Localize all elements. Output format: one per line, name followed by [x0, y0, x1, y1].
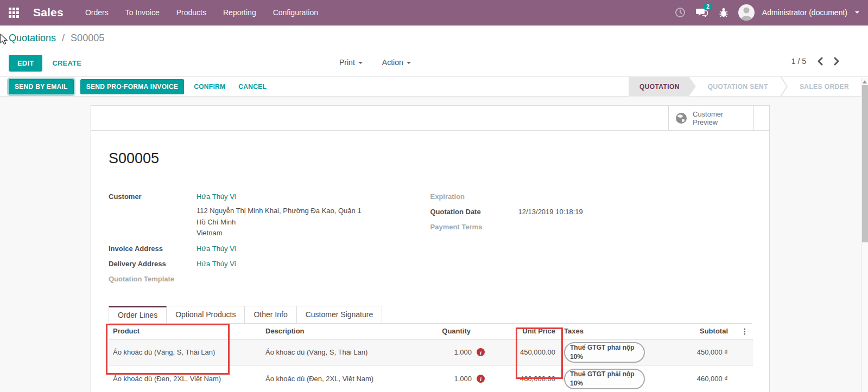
- breadcrumb-current: S00005: [71, 33, 104, 43]
- mouse-cursor-icon: [0, 34, 8, 46]
- debug-bug-icon[interactable]: [717, 5, 731, 20]
- document-actions: Print Action: [339, 58, 411, 67]
- menu-products[interactable]: Products: [176, 8, 206, 17]
- menu-orders[interactable]: Orders: [85, 8, 109, 17]
- col-header-quantity[interactable]: Quantity: [429, 324, 489, 339]
- cell-product: Áo khoác dù (Đen, 2XL, Việt Nam): [109, 365, 261, 392]
- avatar[interactable]: [738, 4, 755, 21]
- breadcrumb-row: Quotations / S00005: [0, 25, 868, 50]
- edit-button[interactable]: EDIT: [9, 55, 42, 72]
- delivery-address-value-link[interactable]: Hứa Thúy Vi: [197, 258, 236, 269]
- pager-next-icon[interactable]: [834, 57, 840, 66]
- quotation-sheet: Customer Preview S00005 Customer Hứa Thú…: [91, 105, 770, 392]
- breadcrumb-separator: /: [62, 33, 65, 43]
- order-line-row[interactable]: Áo khoác dù (Vàng, S, Thái Lan) Áo khoác…: [109, 339, 753, 365]
- content-area: Customer Preview S00005 Customer Hứa Thú…: [0, 97, 868, 392]
- create-button[interactable]: CREATE: [52, 59, 81, 67]
- tab-order-lines[interactable]: Order Lines: [109, 306, 167, 323]
- tab-optional-products[interactable]: Optional Products: [166, 306, 245, 323]
- col-header-description[interactable]: Description: [261, 324, 429, 339]
- globe-icon: [675, 112, 687, 124]
- customer-address-line: 112 Nguyễn Thị Minh Khai, Phường Đa Kao,…: [197, 205, 430, 217]
- field-column-right: Expiration Quotation Date 12/13/2019 10:…: [430, 191, 752, 288]
- stage-sales-order[interactable]: SALES ORDER: [788, 76, 861, 97]
- confirm-button[interactable]: CONFIRM: [191, 80, 229, 94]
- field-column-left: Customer Hứa Thúy Vi 112 Nguyễn Thị Minh…: [109, 191, 430, 288]
- stage-quotation: QUOTATION: [629, 76, 696, 97]
- customer-address-line: Vietnam: [197, 228, 430, 239]
- optional-columns-icon[interactable]: [741, 327, 749, 336]
- tax-badge: Thuế GTGT phải nộp 10%: [564, 369, 645, 389]
- scrollbar-thumb[interactable]: [862, 85, 868, 242]
- vertical-scrollbar[interactable]: [861, 78, 868, 392]
- record-pager: 1 / 5: [791, 57, 840, 66]
- cell-unit-price: 450,000.00: [489, 339, 560, 365]
- order-lines-table: Product Description Quantity Unit Price …: [109, 324, 753, 392]
- cell-description: Áo khoác dù (Vàng, S, Thái Lan): [261, 339, 429, 365]
- expiration-label: Expiration: [430, 191, 518, 202]
- app-name[interactable]: Sales: [33, 6, 64, 19]
- customer-preview-button[interactable]: Customer Preview: [668, 106, 754, 130]
- cell-product: Áo khoác dù (Vàng, S, Thái Lan): [109, 339, 261, 365]
- stage-quotation-sent[interactable]: QUOTATION SENT: [696, 76, 780, 97]
- table-header-row: Product Description Quantity Unit Price …: [109, 324, 753, 339]
- pager-previous-icon[interactable]: [817, 57, 823, 66]
- print-dropdown[interactable]: Print: [339, 58, 363, 67]
- quotation-date-label: Quotation Date: [430, 206, 518, 217]
- apps-menu-icon[interactable]: [9, 8, 19, 18]
- send-by-email-button[interactable]: SEND BY EMAIL: [9, 79, 74, 94]
- tax-badge: Thuế GTGT phải nộp 10%: [564, 342, 645, 363]
- invoice-address-value-link[interactable]: Hứa Thúy Vi: [197, 243, 236, 254]
- customer-value-link[interactable]: Hứa Thúy Vi: [197, 191, 236, 202]
- messages-badge: 2: [704, 3, 712, 10]
- cell-taxes: Thuế GTGT phải nộp 10%: [560, 339, 649, 365]
- sheet-body: S00005 Customer Hứa Thúy Vi 112 Nguyễn T…: [91, 150, 769, 392]
- statusbar: SEND BY EMAIL SEND PRO-FORMA INVOICE CON…: [0, 76, 868, 97]
- main-menu: Orders To Invoice Products Reporting Con…: [85, 8, 318, 17]
- top-navbar: Sales Orders To Invoice Products Reporti…: [0, 0, 868, 25]
- cell-quantity: 1.000: [429, 339, 489, 365]
- chevron-down-icon: [358, 62, 363, 64]
- customer-address-line: Hồ Chí Minh: [197, 217, 430, 228]
- menu-to-invoice[interactable]: To Invoice: [125, 8, 160, 17]
- breadcrumb: Quotations / S00005: [9, 33, 104, 44]
- quotation-date-value: 12/13/2019 10:18:19: [518, 206, 583, 217]
- notebook-tabs: Order Lines Optional Products Other Info…: [109, 306, 752, 324]
- pager-count: 1 / 5: [791, 57, 806, 66]
- col-header-product[interactable]: Product: [109, 324, 261, 339]
- col-header-unit-price[interactable]: Unit Price: [489, 324, 560, 339]
- record-actions: EDIT CREATE: [9, 55, 81, 72]
- activities-clock-icon[interactable]: [673, 5, 687, 20]
- tab-other-info[interactable]: Other Info: [244, 306, 296, 323]
- cell-unit-price: 460,000.00: [489, 365, 560, 392]
- navbar-systray: 2 Administrator (document): [673, 4, 859, 21]
- menu-reporting[interactable]: Reporting: [223, 8, 256, 17]
- tab-customer-signature[interactable]: Customer Signature: [296, 306, 383, 323]
- customer-label: Customer: [109, 191, 197, 202]
- col-header-subtotal[interactable]: Subtotal: [649, 324, 732, 339]
- sheet-button-box: Customer Preview: [91, 106, 769, 131]
- customer-preview-label: Customer Preview: [693, 110, 731, 126]
- messages-icon[interactable]: 2: [695, 5, 709, 20]
- stage-chevron-icon: [780, 76, 788, 97]
- quantity-value: 1.000: [454, 348, 472, 356]
- quantity-value: 1.000: [454, 375, 472, 383]
- control-row: EDIT CREATE Print Action 1 / 5: [0, 50, 868, 76]
- order-line-row[interactable]: Áo khoác dù (Đen, 2XL, Việt Nam) Áo khoá…: [109, 365, 753, 392]
- col-header-taxes[interactable]: Taxes: [560, 324, 649, 339]
- statusbar-buttons: SEND BY EMAIL SEND PRO-FORMA INVOICE CON…: [0, 79, 270, 94]
- cancel-button[interactable]: CANCEL: [235, 80, 270, 94]
- user-menu[interactable]: Administrator (document): [762, 8, 847, 17]
- action-dropdown[interactable]: Action: [382, 58, 411, 67]
- breadcrumb-quotations-link[interactable]: Quotations: [9, 33, 56, 43]
- availability-warning-icon[interactable]: [477, 375, 485, 383]
- menu-configuration[interactable]: Configuration: [273, 8, 318, 17]
- delivery-address-label: Delivery Address: [109, 258, 197, 269]
- scroll-up-icon[interactable]: [863, 80, 867, 83]
- availability-warning-icon[interactable]: [477, 348, 485, 356]
- cell-quantity: 1.000: [429, 365, 489, 392]
- chevron-down-icon: [407, 62, 411, 64]
- field-group: Customer Hứa Thúy Vi 112 Nguyễn Thị Minh…: [109, 191, 752, 288]
- send-proforma-invoice-button[interactable]: SEND PRO-FORMA INVOICE: [80, 79, 185, 94]
- statusbar-stages: QUOTATION QUOTATION SENT SALES ORDER: [629, 76, 861, 97]
